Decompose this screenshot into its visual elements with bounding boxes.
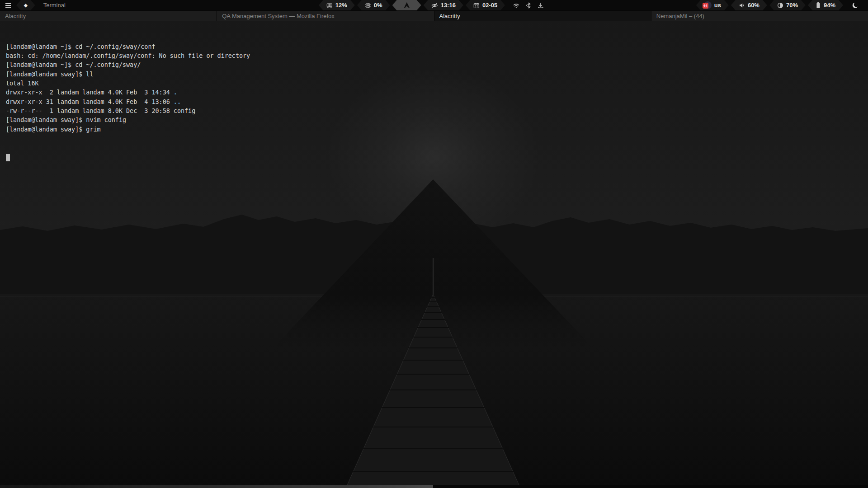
cpu-widget[interactable]: 0%	[357, 0, 390, 10]
bottom-strip-right	[433, 485, 868, 488]
brightness-value: 70%	[786, 2, 798, 9]
cpu-icon	[365, 2, 371, 9]
clock-widget[interactable]: 13:16	[424, 0, 463, 10]
focused-window-title: Terminal	[43, 2, 66, 9]
keyboard-layout: us	[714, 2, 721, 9]
terminal-content[interactable]: [landam@landam ~]$ cd ~/.config/sway/con…	[6, 24, 868, 180]
terminal-cursor	[6, 154, 10, 161]
brightness-icon	[777, 2, 783, 9]
bottom-strip-left	[0, 485, 433, 488]
wifi-icon[interactable]	[513, 2, 520, 9]
moon-icon	[852, 2, 859, 9]
menu-icon[interactable]	[5, 3, 11, 8]
statusbar-left: ◆ Terminal	[0, 0, 66, 10]
tab-label: Alacritty	[439, 13, 460, 19]
tab-firefox[interactable]: QA Management System — Mozilla Firefox	[217, 10, 434, 21]
terminal-window[interactable]: [landam@landam ~]$ cd ~/.config/sway/con…	[0, 21, 868, 488]
date-widget[interactable]: 02-05	[466, 0, 505, 10]
tab-label: QA Management System — Mozilla Firefox	[222, 13, 335, 19]
statusbar-center: 12% 0% 13:16	[319, 0, 549, 10]
beam-pole	[433, 258, 434, 296]
brightness-widget[interactable]: 70%	[769, 0, 806, 10]
notification-count-badge: 44	[703, 3, 708, 9]
tab-alacritty-2-active[interactable]: Alacritty	[434, 10, 651, 21]
tab-nemanjamil[interactable]: NemanjaMil – (44)	[651, 10, 868, 21]
battery-value: 94%	[824, 2, 835, 9]
statusbar-right: 44 us 60% 70% 94%	[696, 0, 868, 10]
workspace-diamond-icon: ◆	[24, 3, 28, 8]
distro-logo-widget[interactable]	[392, 0, 421, 10]
night-mode-toggle[interactable]	[845, 2, 862, 9]
memory-widget[interactable]: 12%	[319, 0, 355, 10]
memory-icon	[326, 2, 333, 9]
network-tray	[507, 0, 549, 10]
battery-widget[interactable]: 94%	[808, 0, 843, 10]
arch-logo-icon	[403, 2, 410, 9]
cpu-value: 0%	[374, 2, 382, 9]
volume-icon	[739, 2, 745, 9]
download-icon[interactable]	[538, 2, 544, 9]
tab-label: NemanjaMil – (44)	[656, 13, 704, 19]
memory-value: 12%	[335, 2, 347, 9]
clock-time: 13:16	[441, 2, 456, 9]
notification-icon[interactable]: 44	[704, 1, 712, 9]
tab-alacritty-1[interactable]: Alacritty	[0, 10, 217, 21]
status-bar: ◆ Terminal 12% 0%	[0, 0, 868, 10]
tab-label: Alacritty	[5, 13, 26, 19]
window-tab-bar: Alacritty QA Management System — Mozilla…	[0, 10, 868, 21]
layout-widget[interactable]: 44 us	[696, 0, 729, 10]
bluetooth-icon[interactable]	[526, 2, 532, 9]
calendar-icon	[473, 2, 480, 9]
workspace-indicator[interactable]: ◆	[16, 0, 35, 10]
date-value: 02-05	[482, 2, 497, 9]
volume-value: 60%	[748, 2, 760, 9]
terminal-output: [landam@landam ~]$ cd ~/.config/sway/con…	[6, 42, 868, 134]
idle-inhibitor-icon	[431, 2, 438, 9]
volume-widget[interactable]: 60%	[731, 0, 767, 10]
battery-icon	[816, 2, 821, 9]
